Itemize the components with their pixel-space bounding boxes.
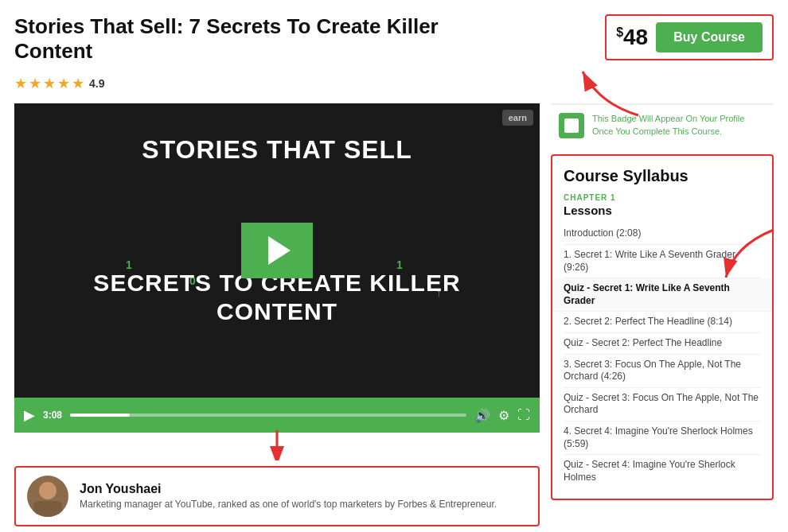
instructor-bio: Marketing manager at YouTube, ranked as … [80,499,497,511]
syllabus-title: Course Syllabus [564,167,761,185]
volume-icon[interactable]: 🔊 [474,408,490,423]
fullscreen-icon[interactable]: ⛶ [517,408,530,423]
lesson-item[interactable]: Quiz - Secret 4: Imagine You're Sherlock… [564,455,761,487]
buy-course-button[interactable]: Buy Course [656,22,763,52]
lesson-item[interactable]: 4. Secret 4: Imagine You're Sherlock Hol… [564,421,761,455]
price-display: $48 [616,25,648,50]
control-icons: 🔊 ⚙ ⛶ [474,408,530,423]
instructor-arrow-wrapper [14,433,540,456]
play-pause-icon[interactable]: ▶ [24,406,35,424]
lesson-item[interactable]: Quiz - Secret 2: Perfect The Headline [564,333,761,355]
price-symbol: $ [616,25,623,39]
video-controls-bar: ▶ 3:08 🔊 ⚙ ⛶ [14,398,540,433]
video-column: earn STORIES THAT SELL 1 0 1 1 ↑ [14,103,540,526]
video-text-top: STORIES THAT SELL [142,135,412,165]
lesson-item[interactable]: 3. Secret 3: Focus On The Apple, Not The… [564,355,761,388]
star-2: ★ [29,75,41,92]
play-button[interactable] [241,223,313,278]
play-icon [268,236,291,265]
chapter-label: CHAPTER 1 [564,193,761,202]
avatar-head [39,482,57,499]
header-row: Stories That Sell: 7 Secrets To Create K… [14,14,774,64]
progress-fill [70,414,130,417]
star-1: ★ [14,75,27,92]
price-buy-area: $48 Buy Course [605,14,774,60]
settings-icon[interactable]: ⚙ [498,408,509,423]
sidebar-column: This Badge Will Appear On Your Profile O… [551,103,774,508]
star-3: ★ [43,75,56,92]
price-arrow-annotation [575,64,646,122]
earn-badge: earn [502,110,533,126]
instructor-avatar [27,476,68,517]
syllabus-box: Course Syllabus CHAPTER 1 Lessons Introd… [551,154,774,500]
main-content: earn STORIES THAT SELL 1 0 1 1 ↑ [14,103,774,526]
lesson-item[interactable]: Quiz - Secret 3: Focus On The Apple, Not… [564,388,761,421]
star-5: ★ [72,75,84,92]
page-wrapper: Stories That Sell: 7 Secrets To Create K… [0,0,788,526]
star-rating: ★ ★ ★ ★ ★ [14,75,84,92]
chapter-heading: Lessons [564,204,761,217]
instructor-arrow-svg [261,429,293,460]
star-4: ★ [57,75,70,92]
syllabus-arrow-svg [718,222,782,285]
progress-bar[interactable] [70,414,466,417]
course-title: Stories That Sell: 7 Secrets To Create K… [14,14,508,64]
rating-value: 4.9 [89,77,104,90]
rating-row: ★ ★ ★ ★ ★ 4.9 [14,75,774,92]
video-container[interactable]: earn STORIES THAT SELL 1 0 1 1 ↑ [14,103,540,398]
lesson-item[interactable]: 2. Secret 2: Perfect The Headline (8:14) [564,312,761,333]
avatar-figure [33,479,62,517]
instructor-name: Jon Youshaei [80,482,497,496]
time-display: 3:08 [43,410,62,421]
instructor-info: Jon Youshaei Marketing manager at YouTub… [80,482,497,511]
avatar-body [33,501,62,517]
instructor-row: Jon Youshaei Marketing manager at YouTub… [14,466,540,526]
